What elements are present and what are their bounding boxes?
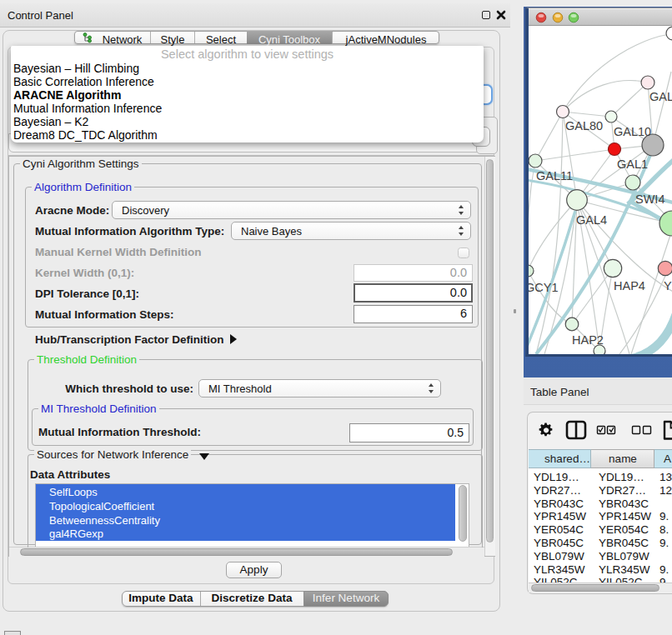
svg-text:GAL11: GAL11 bbox=[536, 169, 573, 182]
svg-text:HAP2: HAP2 bbox=[572, 333, 604, 347]
svg-text:GCY1: GCY1 bbox=[529, 281, 559, 294]
svg-text:GAL2: GAL2 bbox=[649, 90, 672, 103]
svg-text:GAL10: GAL10 bbox=[614, 125, 651, 138]
svg-text:GAL80: GAL80 bbox=[565, 119, 603, 132]
svg-text:YEL: YEL bbox=[664, 279, 672, 292]
svg-text:SWI4: SWI4 bbox=[635, 192, 664, 206]
svg-text:HAP4: HAP4 bbox=[614, 279, 645, 292]
svg-text:GAL4: GAL4 bbox=[576, 213, 607, 227]
svg-text:GAL1: GAL1 bbox=[617, 158, 648, 171]
